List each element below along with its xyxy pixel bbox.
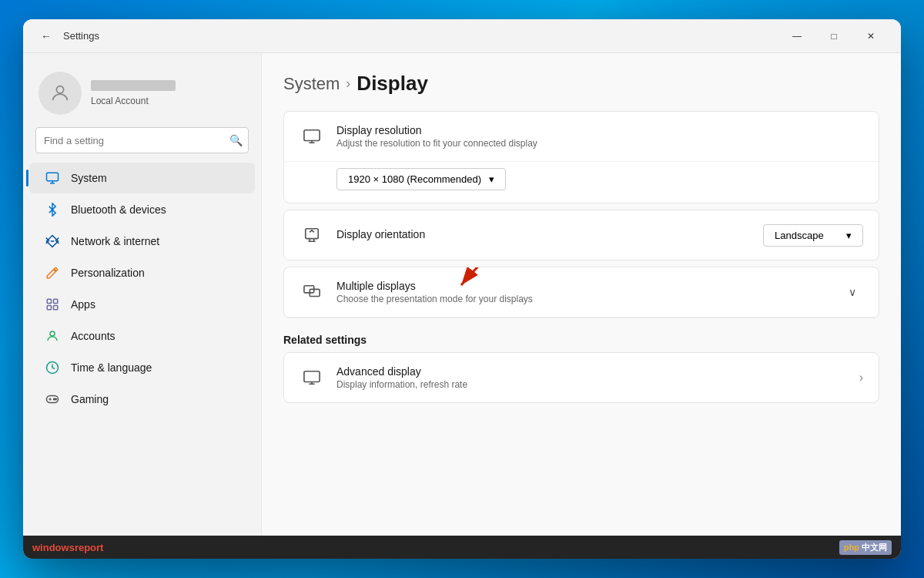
apps-icon [45, 297, 60, 312]
sidebar-item-system[interactable]: System [29, 163, 255, 193]
related-settings-list: Advanced display Display information, re… [283, 352, 879, 403]
search-box: 🔍 [35, 127, 249, 153]
titlebar-title: Settings [63, 30, 779, 42]
sidebar-item-label: System [71, 172, 107, 184]
expand-multiple-displays-button[interactable]: ∨ [842, 281, 863, 303]
svg-point-10 [54, 398, 55, 400]
user-role-label: Local Account [91, 96, 176, 106]
titlebar-controls: — □ ✕ [779, 24, 889, 49]
personalization-icon [45, 265, 60, 281]
content-area: Local Account 🔍 System Bluetooth & devic… [23, 53, 901, 536]
sidebar-item-label: Personalization [71, 267, 145, 279]
minimize-button[interactable]: — [779, 24, 815, 49]
settings-row-multiple-displays: Multiple displays Choose the presentatio… [284, 267, 879, 318]
svg-point-0 [56, 86, 63, 93]
svg-point-11 [55, 398, 57, 400]
back-button[interactable]: ← [35, 25, 57, 47]
advanced-display-subtitle: Display information, refresh rate [336, 379, 847, 390]
sidebar-item-label: Time & language [71, 361, 152, 374]
multiple-displays-subtitle: Choose the presentation mode for your di… [336, 294, 829, 304]
close-button[interactable]: ✕ [853, 24, 889, 49]
settings-row-display-resolution: Display resolution Adjust the resolution… [284, 112, 879, 162]
svg-point-7 [50, 331, 55, 336]
settings-row-display-orientation: Display orientation Landscape ▾ [284, 210, 879, 260]
nav-list: System Bluetooth & devices Network & int… [23, 163, 261, 415]
display-resolution-title: Display resolution [336, 124, 863, 136]
maximize-button[interactable]: □ [816, 24, 852, 49]
system-icon [45, 170, 60, 186]
sidebar-item-label: Gaming [71, 393, 109, 405]
sidebar-item-gaming[interactable]: Gaming [29, 384, 255, 415]
sidebar-item-bluetooth[interactable]: Bluetooth & devices [29, 194, 255, 225]
sidebar-item-network[interactable]: Network & internet [29, 226, 255, 257]
user-info: Local Account [91, 80, 176, 106]
display-resolution-icon [300, 124, 324, 149]
svg-rect-3 [47, 299, 51, 303]
search-input[interactable] [35, 127, 249, 153]
main-content: System › Display Display resolution Adju… [262, 53, 901, 536]
sidebar-item-label: Accounts [71, 330, 116, 342]
svg-rect-12 [304, 130, 320, 141]
search-icon: 🔍 [229, 134, 243, 146]
accounts-icon [45, 328, 60, 344]
display-resolution-dropdown[interactable]: 1920 × 1080 (Recommended) ▾ [336, 168, 506, 190]
svg-rect-6 [54, 306, 58, 310]
settings-list: Display resolution Adjust the resolution… [283, 111, 879, 318]
sidebar-item-label: Apps [71, 298, 95, 311]
breadcrumb-parent: System [283, 74, 340, 94]
advanced-display-icon [300, 365, 324, 390]
bluetooth-icon [45, 202, 60, 217]
display-resolution-subtitle: Adjust the resolution to fit your connec… [336, 138, 863, 149]
advanced-display-title: Advanced display [336, 365, 847, 378]
related-row-advanced-display: Advanced display Display information, re… [284, 353, 879, 402]
breadcrumb-chevron: › [346, 76, 350, 92]
sidebar-item-label: Bluetooth & devices [71, 203, 166, 216]
multiple-displays-title: Multiple displays [336, 280, 829, 292]
user-name-redacted [91, 80, 176, 91]
display-orientation-dropdown[interactable]: Landscape ▾ [763, 224, 863, 247]
breadcrumb-current: Display [357, 72, 428, 96]
settings-window: ← Settings — □ ✕ [23, 19, 901, 559]
multiple-displays-icon [300, 280, 324, 304]
settings-card-multiple-displays: Multiple displays Choose the presentatio… [283, 267, 879, 318]
svg-rect-17 [304, 371, 320, 382]
user-section: Local Account [23, 66, 261, 127]
titlebar: ← Settings — □ ✕ [23, 19, 901, 53]
related-settings-label: Related settings [283, 334, 879, 346]
brand-text: windowsreport [32, 542, 103, 553]
sidebar-item-time[interactable]: Time & language [29, 352, 255, 383]
network-icon [45, 234, 60, 249]
svg-rect-1 [47, 173, 59, 181]
avatar [38, 72, 82, 115]
display-orientation-title: Display orientation [336, 228, 751, 240]
time-icon [45, 360, 60, 375]
sidebar-item-label: Network & internet [71, 235, 159, 247]
gaming-icon [45, 391, 60, 407]
sidebar-item-personalization[interactable]: Personalization [29, 257, 255, 288]
settings-card-display-orientation: Display orientation Landscape ▾ [283, 210, 879, 260]
svg-rect-4 [54, 299, 58, 303]
sidebar-item-accounts[interactable]: Accounts [29, 321, 255, 351]
sidebar-item-apps[interactable]: Apps [29, 289, 255, 320]
svg-rect-5 [47, 306, 51, 310]
breadcrumb: System › Display [283, 72, 879, 96]
watermark-bar: windowsreport php 中文网 [23, 536, 901, 559]
php-badge: php 中文网 [839, 540, 892, 555]
settings-card-display-resolution: Display resolution Adjust the resolution… [283, 111, 879, 203]
chevron-right-icon: › [859, 371, 863, 385]
display-orientation-icon [300, 223, 324, 247]
sidebar: Local Account 🔍 System Bluetooth & devic… [23, 53, 262, 536]
related-card-advanced-display[interactable]: Advanced display Display information, re… [283, 352, 879, 403]
